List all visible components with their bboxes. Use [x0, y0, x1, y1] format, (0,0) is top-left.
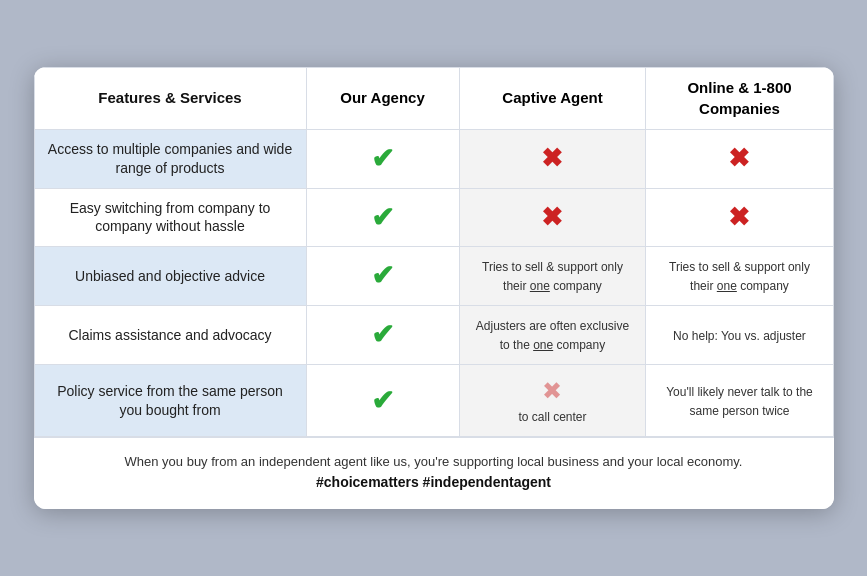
captive-note: Tries to sell & support only their one c…	[482, 260, 623, 293]
agency-cell-3: ✔	[306, 306, 459, 365]
online-cell-1: ✖	[646, 188, 833, 247]
cross-icon: ✖	[728, 202, 750, 232]
check-icon: ✔	[371, 260, 394, 291]
feature-cell-3: Claims assistance and advocacy	[34, 306, 306, 365]
feature-cell-1: Easy switching from company to company w…	[34, 188, 306, 247]
comparison-table: Features & Services Our Agency Captive A…	[34, 67, 834, 437]
header-features: Features & Services	[34, 68, 306, 130]
check-icon: ✔	[371, 385, 394, 416]
footer-hashtags: #choicematters #independentagent	[54, 472, 814, 493]
cross-icon: ✖	[541, 143, 563, 173]
check-icon: ✔	[371, 143, 394, 174]
header-captive: Captive Agent	[459, 68, 646, 130]
header-online: Online & 1-800 Companies	[646, 68, 833, 130]
header-agency: Our Agency	[306, 68, 459, 130]
cross-icon: ✖	[541, 202, 563, 232]
comparison-card: Features & Services Our Agency Captive A…	[34, 67, 834, 508]
agency-cell-2: ✔	[306, 247, 459, 306]
feature-cell-0: Access to multiple companies and wide ra…	[34, 129, 306, 188]
captive-cell-1: ✖	[459, 188, 646, 247]
captive-cell-3: Adjusters are often exclusive to the one…	[459, 306, 646, 365]
feature-cell-4: Policy service from the same person you …	[34, 364, 306, 436]
online-note: No help: You vs. adjuster	[673, 329, 806, 343]
faded-cross-icon: ✖	[542, 377, 562, 404]
agency-cell-1: ✔	[306, 188, 459, 247]
cross-icon: ✖	[728, 143, 750, 173]
captive-note: Adjusters are often exclusive to the one…	[476, 319, 629, 352]
online-note: Tries to sell & support only their one c…	[669, 260, 810, 293]
online-cell-0: ✖	[646, 129, 833, 188]
online-cell-4: You'll likely never talk to the same per…	[646, 364, 833, 436]
agency-cell-4: ✔	[306, 364, 459, 436]
footer-text: When you buy from an independent agent l…	[54, 452, 814, 472]
captive-cell-2: Tries to sell & support only their one c…	[459, 247, 646, 306]
check-icon: ✔	[371, 202, 394, 233]
captive-note: to call center	[518, 410, 586, 424]
feature-cell-2: Unbiased and objective advice	[34, 247, 306, 306]
online-note: You'll likely never talk to the same per…	[666, 385, 813, 418]
agency-cell-0: ✔	[306, 129, 459, 188]
online-cell-3: No help: You vs. adjuster	[646, 306, 833, 365]
captive-cell-0: ✖	[459, 129, 646, 188]
footer: When you buy from an independent agent l…	[34, 437, 834, 509]
online-cell-2: Tries to sell & support only their one c…	[646, 247, 833, 306]
captive-cell-4: ✖to call center	[459, 364, 646, 436]
check-icon: ✔	[371, 319, 394, 350]
